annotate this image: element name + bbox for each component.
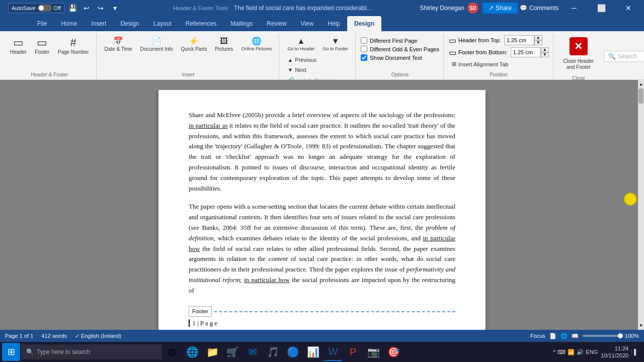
autosave-badge[interactable]: AutoSave Off bbox=[8, 3, 64, 13]
save-button[interactable]: 💾 bbox=[66, 2, 78, 14]
focus-button[interactable]: Focus bbox=[530, 333, 545, 339]
share-label: Share bbox=[496, 5, 512, 12]
footer-bottom-spin-down[interactable]: ▼ bbox=[541, 52, 549, 57]
tab-file[interactable]: File bbox=[30, 16, 54, 31]
header-top-spin-up[interactable]: ▲ bbox=[534, 35, 542, 40]
view-web-icon[interactable]: 🌐 bbox=[560, 333, 568, 339]
view-read-icon[interactable]: 📖 bbox=[572, 333, 579, 339]
footer-content[interactable]: 1 | P a g e bbox=[189, 312, 455, 330]
taskbar-app-powerpoint[interactable]: P bbox=[344, 343, 362, 361]
go-to-header-label: Go to Header bbox=[287, 46, 314, 51]
comments-label: Comments bbox=[529, 5, 558, 12]
header-top-spin-down[interactable]: ▼ bbox=[534, 40, 542, 45]
tray-volume[interactable]: 🔊 bbox=[577, 349, 584, 355]
taskbar-app-taskview[interactable]: ⧉ bbox=[163, 343, 181, 361]
different-odd-even-checkbox[interactable] bbox=[361, 46, 367, 52]
window-close-button[interactable]: ✕ bbox=[617, 0, 640, 16]
footer-from-bottom-input[interactable] bbox=[511, 47, 541, 57]
status-left: Page 1 of 1 412 words ✓ English (Ireland… bbox=[5, 333, 121, 339]
undo-button[interactable]: ↩ bbox=[80, 2, 93, 14]
zoom-thumb[interactable] bbox=[618, 333, 623, 338]
tab-insert[interactable]: Insert bbox=[84, 16, 113, 31]
italic-text-1: problem of definition bbox=[189, 224, 455, 242]
view-print-icon[interactable]: 📄 bbox=[549, 333, 556, 339]
tab-mailings[interactable]: Mailings bbox=[223, 16, 260, 31]
header-button[interactable]: ▭ Header bbox=[7, 35, 30, 57]
group-navigation-inner: ▲ Go to Header ▼ Go to Footer ▲ Previous bbox=[284, 33, 351, 87]
clock-time: 11:24 bbox=[615, 345, 629, 352]
close-header-footer-button[interactable]: ✕ Close Header and Footer bbox=[558, 35, 599, 72]
go-to-header-icon: ▲ bbox=[297, 37, 305, 45]
insert-alignment-tab-button[interactable]: ⊞ Insert Alignment Tab bbox=[449, 59, 549, 69]
quick-parts-button[interactable]: ⚡ Quick Parts bbox=[178, 35, 210, 54]
different-first-page-checkbox[interactable] bbox=[361, 37, 367, 44]
taskbar-app-cortana[interactable]: 🎯 bbox=[384, 343, 403, 361]
tab-review[interactable]: Review bbox=[260, 16, 293, 31]
underline-text-2: in particular how bbox=[189, 234, 455, 252]
start-button[interactable]: ⊞ bbox=[2, 343, 20, 361]
word-count: 412 words bbox=[41, 333, 67, 339]
show-document-text-option[interactable]: Show Document Text bbox=[361, 54, 439, 61]
title-bar-center: Header & Footer Tools The field of socia… bbox=[125, 5, 420, 12]
taskbar-app-music[interactable]: 🎵 bbox=[264, 343, 282, 361]
date-time-button[interactable]: 📅 Date & Time bbox=[102, 35, 135, 54]
minimize-button[interactable]: ─ bbox=[562, 0, 586, 16]
italic-text-2: content bbox=[269, 255, 288, 262]
document-info-button[interactable]: 📄 Document Info bbox=[137, 35, 176, 54]
page-number-label: Page Number bbox=[58, 49, 89, 55]
tab-home[interactable]: Home bbox=[54, 16, 84, 31]
tray-network[interactable]: 📶 bbox=[568, 349, 575, 355]
group-position: ▭ Header from Top: ▲ ▼ bbox=[445, 33, 553, 79]
zoom-slider[interactable] bbox=[583, 335, 623, 337]
taskbar-tray: ^ ⌨ 📶 🔊 ENG 11:24 10/11/2020 ▌ bbox=[553, 345, 642, 359]
scroll-thumb[interactable] bbox=[638, 88, 643, 104]
taskbar-search[interactable]: 🔍 Type here to search bbox=[21, 344, 162, 359]
tab-layout[interactable]: Layout bbox=[146, 16, 179, 31]
show-desktop-button[interactable]: ▌ bbox=[631, 349, 638, 355]
next-button[interactable]: ▼ Next bbox=[284, 65, 339, 74]
scroll-up-button[interactable]: ▲ bbox=[638, 81, 644, 87]
page-number-icon: # bbox=[70, 37, 76, 48]
different-first-page-option[interactable]: Different First Page bbox=[361, 37, 439, 44]
taskbar-app-excel[interactable]: 📊 bbox=[304, 343, 322, 361]
taskbar-app-store[interactable]: 🛒 bbox=[223, 343, 242, 361]
tray-time-display[interactable]: 11:24 10/11/2020 bbox=[601, 345, 628, 359]
title-bar: AutoSave Off 💾 ↩ ↪ ▾ Header & Footer Too… bbox=[0, 0, 644, 16]
previous-button[interactable]: ▲ Previous bbox=[284, 55, 339, 64]
footer-button[interactable]: ▭ Footer bbox=[32, 35, 53, 57]
zoom-control: 100% bbox=[583, 333, 639, 339]
header-from-top-input-wrap: ▲ ▼ bbox=[504, 35, 542, 45]
customize-qat-button[interactable]: ▾ bbox=[109, 2, 121, 14]
redo-button[interactable]: ↪ bbox=[95, 2, 107, 14]
taskbar-app-edge[interactable]: 🌐 bbox=[183, 343, 201, 361]
show-document-text-checkbox[interactable] bbox=[361, 54, 367, 61]
restore-button[interactable]: ⬜ bbox=[590, 0, 613, 16]
scrollbar[interactable]: ▲ ▼ bbox=[638, 80, 644, 330]
cursor-mark bbox=[189, 319, 191, 327]
pictures-button[interactable]: 🖼 Pictures bbox=[212, 35, 236, 54]
autosave-toggle[interactable] bbox=[38, 5, 52, 12]
tab-help[interactable]: Help bbox=[320, 16, 347, 31]
footer-bottom-spin-up[interactable]: ▲ bbox=[541, 47, 549, 52]
taskbar-app-camera[interactable]: 📷 bbox=[364, 343, 382, 361]
taskbar-app-chrome[interactable]: 🔵 bbox=[284, 343, 302, 361]
taskbar-app-mail[interactable]: ✉ bbox=[244, 343, 262, 361]
search-bar[interactable]: 🔍 Search bbox=[604, 51, 644, 62]
taskbar-app-explorer[interactable]: 📁 bbox=[203, 343, 221, 361]
tab-references[interactable]: References bbox=[179, 16, 223, 31]
document-scroll[interactable]: Share and McElvee (2005b) provide a brie… bbox=[0, 90, 644, 330]
taskbar-app-word[interactable]: W bbox=[324, 343, 342, 361]
tray-up-arrow[interactable]: ^ bbox=[553, 349, 555, 355]
tab-view[interactable]: View bbox=[294, 16, 321, 31]
tab-design-hf[interactable]: Design bbox=[347, 16, 381, 31]
go-to-footer-button[interactable]: ▼ Go to Footer bbox=[319, 35, 351, 53]
different-odd-even-option[interactable]: Different Odd & Even Pages bbox=[361, 46, 439, 52]
tab-design-main[interactable]: Design bbox=[113, 16, 146, 31]
scroll-down-button[interactable]: ▼ bbox=[638, 322, 644, 329]
share-button[interactable]: ↗ Share bbox=[482, 3, 518, 14]
online-pictures-button[interactable]: 🌐 Online Pictures bbox=[238, 35, 275, 53]
comments-button[interactable]: 💬 Comments bbox=[520, 5, 558, 12]
page-number-button[interactable]: # Page Number bbox=[55, 35, 92, 57]
header-from-top-input[interactable] bbox=[504, 35, 534, 45]
go-to-header-button[interactable]: ▲ Go to Header bbox=[284, 35, 317, 53]
